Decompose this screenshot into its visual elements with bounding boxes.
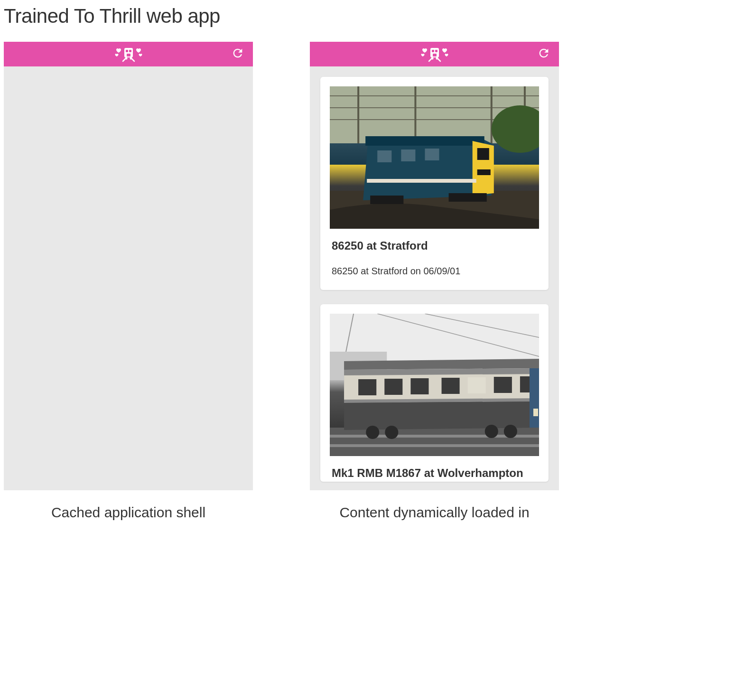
svg-rect-24 <box>477 169 491 175</box>
card-body: Mk1 RMB M1867 at Wolverhampton <box>320 456 549 482</box>
refresh-button[interactable] <box>537 47 550 62</box>
svg-rect-42 <box>442 378 460 394</box>
phone-panel-shell <box>4 42 253 490</box>
app-logo <box>420 46 449 62</box>
card-title: Mk1 RMB M1867 at Wolverhampton <box>332 467 537 480</box>
svg-rect-3 <box>127 54 130 56</box>
svg-rect-23 <box>477 148 489 160</box>
svg-rect-7 <box>432 50 434 52</box>
right-caption: Content dynamically loaded in <box>339 504 529 521</box>
svg-rect-1 <box>126 50 128 52</box>
svg-point-51 <box>504 425 517 438</box>
app-logo <box>114 46 143 62</box>
svg-point-48 <box>366 426 379 439</box>
content-card[interactable]: Mk1 RMB M1867 at Wolverhampton <box>320 304 549 482</box>
svg-rect-8 <box>435 50 438 52</box>
svg-rect-9 <box>433 54 437 56</box>
card-title: 86250 at Stratford <box>332 239 537 252</box>
content-area[interactable]: 86250 at Stratford 86250 at Stratford on… <box>310 66 559 490</box>
svg-point-50 <box>485 425 498 438</box>
svg-rect-40 <box>384 379 402 395</box>
page-heading: Trained To Thrill web app <box>4 5 754 28</box>
card-image <box>330 314 539 456</box>
phone-panel-loaded: 86250 at Stratford 86250 at Stratford on… <box>310 42 559 490</box>
svg-rect-46 <box>530 368 539 428</box>
card-description: 86250 at Stratford on 06/09/01 <box>332 266 537 277</box>
svg-rect-41 <box>410 378 428 394</box>
train-hearts-icon <box>420 46 449 62</box>
svg-rect-2 <box>129 50 131 52</box>
left-panel-wrapper: Cached application shell <box>4 42 253 521</box>
empty-content-area <box>4 66 253 490</box>
svg-rect-26 <box>377 150 391 162</box>
svg-rect-43 <box>468 377 486 393</box>
svg-rect-29 <box>370 196 403 204</box>
refresh-button[interactable] <box>231 47 244 62</box>
svg-rect-27 <box>401 149 415 161</box>
svg-rect-28 <box>425 149 439 160</box>
app-header <box>310 42 559 66</box>
left-caption: Cached application shell <box>51 504 205 521</box>
card-image <box>330 86 539 229</box>
svg-rect-38 <box>330 444 539 447</box>
card-body: 86250 at Stratford 86250 at Stratford on… <box>320 229 549 290</box>
svg-point-49 <box>385 426 398 439</box>
right-panel-wrapper: 86250 at Stratford 86250 at Stratford on… <box>310 42 559 521</box>
train-hearts-icon <box>114 46 143 62</box>
svg-rect-47 <box>533 409 538 416</box>
svg-rect-44 <box>494 377 512 393</box>
content-card[interactable]: 86250 at Stratford 86250 at Stratford on… <box>320 77 549 290</box>
panels-container: Cached application shell <box>0 42 754 521</box>
refresh-icon <box>231 47 244 60</box>
svg-rect-25 <box>367 179 476 183</box>
svg-rect-22 <box>365 136 484 146</box>
app-header <box>4 42 253 66</box>
svg-rect-30 <box>449 193 487 202</box>
refresh-icon <box>537 47 550 60</box>
svg-rect-39 <box>358 379 376 395</box>
